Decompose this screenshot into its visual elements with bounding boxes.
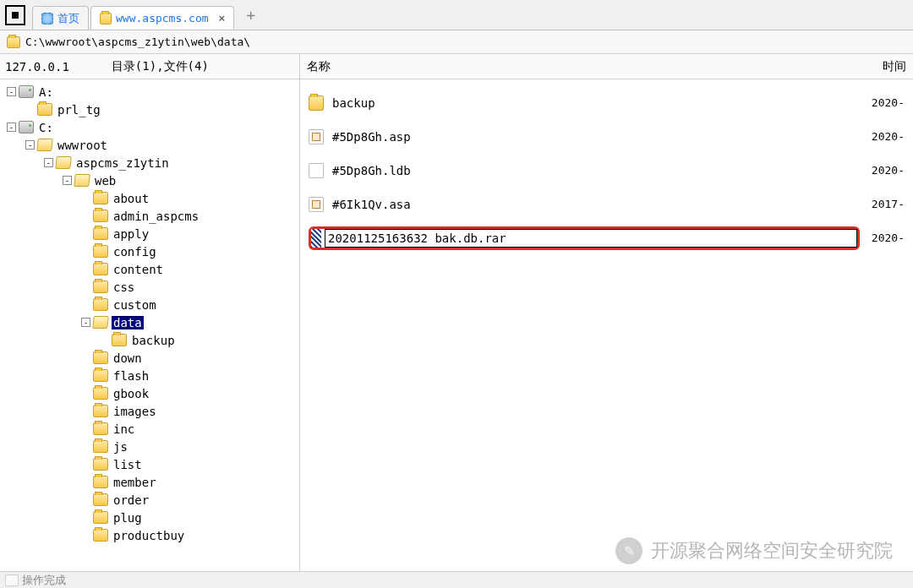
tree-label: prl_tg (56, 103, 102, 117)
tree-node[interactable]: js (2, 438, 298, 455)
tree-node[interactable]: member (2, 473, 298, 491)
folder-icon (100, 13, 112, 24)
collapse-icon[interactable]: - (44, 158, 53, 167)
tree-label: gbook (112, 387, 150, 400)
tree-node[interactable]: backup (2, 331, 298, 349)
watermark: ✎ 开源聚合网络空间安全研究院 (615, 537, 893, 564)
tree-label: member (112, 476, 158, 489)
rename-input[interactable] (325, 229, 857, 248)
toggle-spacer (81, 495, 90, 504)
tree-label: config (112, 245, 158, 259)
status-text: 操作完成 (22, 573, 66, 588)
tree-node[interactable]: about (2, 189, 298, 207)
folder-icon (93, 280, 108, 293)
home-icon (41, 13, 53, 24)
collapse-icon[interactable]: - (25, 140, 35, 150)
tree-node[interactable]: down (2, 349, 298, 367)
rar-icon (311, 229, 321, 248)
toggle-spacer (81, 193, 90, 203)
tree-node[interactable]: plug (2, 509, 298, 526)
tree-node[interactable]: productbuy (2, 526, 298, 544)
tree-node[interactable]: gbook (2, 384, 298, 402)
tree-label: order (112, 493, 150, 507)
tree-label: custom (112, 298, 158, 312)
tree-node[interactable]: custom (2, 296, 298, 313)
file-name: #5Dp8Gh.ldb (332, 164, 411, 177)
tree-node[interactable]: config (2, 242, 298, 260)
drive-icon (19, 121, 34, 133)
toggle-spacer (81, 406, 90, 416)
header-time-col[interactable]: 时间 (883, 59, 906, 74)
file-time: 2020- (872, 231, 905, 244)
folder-icon (93, 422, 108, 435)
tree-node[interactable]: order (2, 491, 298, 509)
collapse-icon[interactable]: - (63, 176, 72, 185)
tab-close-button[interactable]: × (219, 12, 226, 24)
tree-node[interactable]: -web (2, 172, 298, 189)
collapse-icon[interactable]: - (81, 318, 90, 327)
folder-open-icon (55, 156, 72, 169)
tree-node[interactable]: -data (2, 313, 298, 331)
collapse-icon[interactable]: - (7, 122, 16, 132)
toggle-spacer (81, 229, 90, 238)
tree-label: backup (130, 334, 177, 347)
tree-label: wwwroot (56, 139, 109, 152)
file-list[interactable]: backup2020-#5Dp8Gh.asp2020-#5Dp8Gh.ldb20… (300, 79, 913, 571)
tree-node[interactable]: inc (2, 420, 298, 438)
directory-tree[interactable]: -A:prl_tg-C:-wwwroot-aspcms_z1ytin-webab… (0, 79, 300, 571)
file-row[interactable]: backup2020- (302, 88, 911, 118)
tree-node[interactable]: content (2, 260, 298, 278)
tree-node[interactable]: -wwwroot (2, 136, 298, 154)
tree-node[interactable]: -C: (2, 118, 298, 136)
header-name-col[interactable]: 名称 (307, 59, 331, 74)
address-path[interactable]: C:\wwwroot\aspcms_z1ytin\web\data\ (25, 35, 250, 48)
toggle-spacer (81, 389, 90, 398)
tree-node[interactable]: admin_aspcms (2, 207, 298, 225)
tab-add-button[interactable]: + (241, 6, 260, 24)
tree-label: data (112, 316, 144, 329)
toggle-spacer (25, 105, 35, 114)
status-icon (5, 574, 19, 586)
main-area: -A:prl_tg-C:-wwwroot-aspcms_z1ytin-webab… (0, 79, 913, 571)
toggle-spacer (100, 335, 109, 345)
tree-label: flash (112, 369, 150, 383)
collapse-icon[interactable]: - (7, 87, 16, 96)
tree-node[interactable]: prl_tg (2, 101, 298, 118)
header-ip: 127.0.0.1 (5, 60, 69, 74)
file-name: #5Dp8Gh.asp (332, 130, 411, 144)
folder-icon (93, 405, 108, 417)
tab-url[interactable]: www.aspcms.com × (90, 6, 234, 30)
tree-label: about (112, 192, 150, 205)
tab-home[interactable]: 首页 (32, 6, 89, 30)
tab-home-label: 首页 (57, 11, 79, 26)
tree-node[interactable]: list (2, 455, 298, 473)
file-asp-icon (309, 197, 324, 212)
wechat-icon: ✎ (615, 537, 642, 564)
file-row[interactable]: 2020- (302, 223, 911, 253)
toggle-spacer (81, 442, 90, 451)
folder-icon (93, 210, 108, 222)
tree-node[interactable]: images (2, 402, 298, 420)
folder-icon (93, 529, 108, 542)
folder-icon (7, 36, 20, 48)
drive-icon (19, 85, 34, 98)
folder-icon (112, 334, 127, 346)
file-row[interactable]: #5Dp8Gh.ldb2020- (302, 155, 911, 186)
toggle-spacer (81, 300, 90, 309)
tree-label: plug (112, 511, 144, 525)
rename-highlight (309, 226, 860, 250)
tree-node[interactable]: -aspcms_z1ytin (2, 154, 298, 172)
tree-node[interactable]: flash (2, 367, 298, 384)
tree-label: aspcms_z1ytin (74, 156, 171, 170)
folder-icon (93, 245, 108, 258)
file-row[interactable]: #6Ik1Qv.asa2017- (302, 189, 911, 220)
tree-node[interactable]: apply (2, 225, 298, 242)
tree-node[interactable]: css (2, 278, 298, 296)
watermark-text: 开源聚合网络空间安全研究院 (651, 538, 893, 564)
folder-icon (93, 476, 108, 488)
toggle-spacer (81, 531, 90, 540)
tree-node[interactable]: -A: (2, 83, 298, 101)
folder-open-icon (36, 139, 53, 151)
tree-label: C: (37, 121, 55, 134)
file-row[interactable]: #5Dp8Gh.asp2020- (302, 122, 911, 152)
